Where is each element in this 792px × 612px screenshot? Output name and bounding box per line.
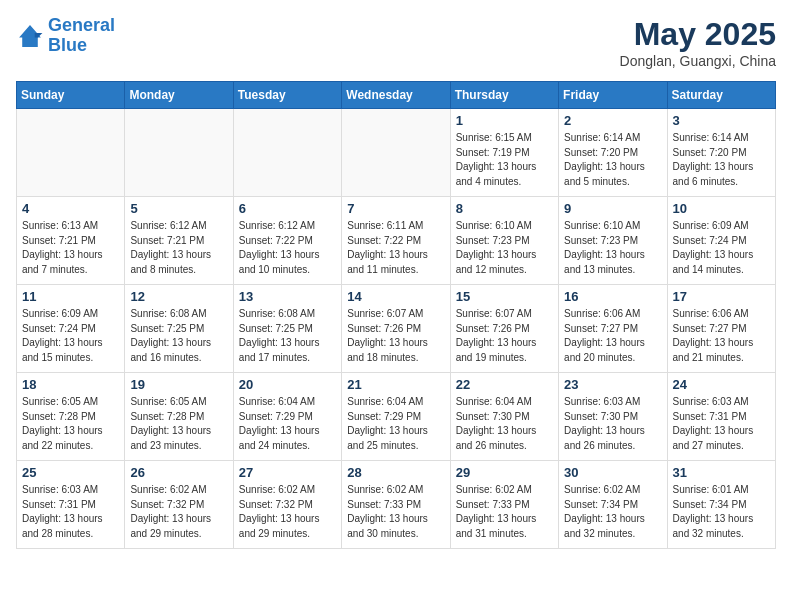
day-number: 4 bbox=[22, 201, 119, 216]
day-number: 31 bbox=[673, 465, 770, 480]
day-info: Sunrise: 6:12 AM Sunset: 7:22 PM Dayligh… bbox=[239, 219, 336, 277]
weekday-header-saturday: Saturday bbox=[667, 82, 775, 109]
day-info: Sunrise: 6:04 AM Sunset: 7:29 PM Dayligh… bbox=[239, 395, 336, 453]
calendar-cell: 2Sunrise: 6:14 AM Sunset: 7:20 PM Daylig… bbox=[559, 109, 667, 197]
week-row-2: 4Sunrise: 6:13 AM Sunset: 7:21 PM Daylig… bbox=[17, 197, 776, 285]
day-number: 24 bbox=[673, 377, 770, 392]
week-row-1: 1Sunrise: 6:15 AM Sunset: 7:19 PM Daylig… bbox=[17, 109, 776, 197]
day-number: 27 bbox=[239, 465, 336, 480]
day-info: Sunrise: 6:06 AM Sunset: 7:27 PM Dayligh… bbox=[673, 307, 770, 365]
day-info: Sunrise: 6:02 AM Sunset: 7:32 PM Dayligh… bbox=[130, 483, 227, 541]
calendar-cell: 29Sunrise: 6:02 AM Sunset: 7:33 PM Dayli… bbox=[450, 461, 558, 549]
calendar-cell: 4Sunrise: 6:13 AM Sunset: 7:21 PM Daylig… bbox=[17, 197, 125, 285]
day-number: 18 bbox=[22, 377, 119, 392]
day-info: Sunrise: 6:06 AM Sunset: 7:27 PM Dayligh… bbox=[564, 307, 661, 365]
day-info: Sunrise: 6:15 AM Sunset: 7:19 PM Dayligh… bbox=[456, 131, 553, 189]
day-number: 17 bbox=[673, 289, 770, 304]
day-number: 28 bbox=[347, 465, 444, 480]
weekday-header-row: SundayMondayTuesdayWednesdayThursdayFrid… bbox=[17, 82, 776, 109]
logo: General Blue bbox=[16, 16, 115, 56]
day-number: 13 bbox=[239, 289, 336, 304]
calendar-cell bbox=[233, 109, 341, 197]
weekday-header-monday: Monday bbox=[125, 82, 233, 109]
weekday-header-friday: Friday bbox=[559, 82, 667, 109]
calendar-cell: 24Sunrise: 6:03 AM Sunset: 7:31 PM Dayli… bbox=[667, 373, 775, 461]
calendar-cell: 6Sunrise: 6:12 AM Sunset: 7:22 PM Daylig… bbox=[233, 197, 341, 285]
calendar-cell: 7Sunrise: 6:11 AM Sunset: 7:22 PM Daylig… bbox=[342, 197, 450, 285]
day-number: 7 bbox=[347, 201, 444, 216]
day-info: Sunrise: 6:03 AM Sunset: 7:31 PM Dayligh… bbox=[22, 483, 119, 541]
day-info: Sunrise: 6:02 AM Sunset: 7:33 PM Dayligh… bbox=[347, 483, 444, 541]
day-info: Sunrise: 6:03 AM Sunset: 7:30 PM Dayligh… bbox=[564, 395, 661, 453]
day-info: Sunrise: 6:12 AM Sunset: 7:21 PM Dayligh… bbox=[130, 219, 227, 277]
calendar-cell bbox=[17, 109, 125, 197]
calendar-cell: 18Sunrise: 6:05 AM Sunset: 7:28 PM Dayli… bbox=[17, 373, 125, 461]
day-info: Sunrise: 6:11 AM Sunset: 7:22 PM Dayligh… bbox=[347, 219, 444, 277]
day-number: 3 bbox=[673, 113, 770, 128]
calendar-cell: 13Sunrise: 6:08 AM Sunset: 7:25 PM Dayli… bbox=[233, 285, 341, 373]
day-info: Sunrise: 6:10 AM Sunset: 7:23 PM Dayligh… bbox=[456, 219, 553, 277]
calendar-cell: 1Sunrise: 6:15 AM Sunset: 7:19 PM Daylig… bbox=[450, 109, 558, 197]
day-number: 9 bbox=[564, 201, 661, 216]
day-info: Sunrise: 6:02 AM Sunset: 7:32 PM Dayligh… bbox=[239, 483, 336, 541]
day-info: Sunrise: 6:07 AM Sunset: 7:26 PM Dayligh… bbox=[347, 307, 444, 365]
day-number: 12 bbox=[130, 289, 227, 304]
page-header: General Blue May 2025 Donglan, Guangxi, … bbox=[16, 16, 776, 69]
day-info: Sunrise: 6:01 AM Sunset: 7:34 PM Dayligh… bbox=[673, 483, 770, 541]
calendar-cell: 21Sunrise: 6:04 AM Sunset: 7:29 PM Dayli… bbox=[342, 373, 450, 461]
calendar-cell: 31Sunrise: 6:01 AM Sunset: 7:34 PM Dayli… bbox=[667, 461, 775, 549]
day-number: 10 bbox=[673, 201, 770, 216]
calendar-cell: 3Sunrise: 6:14 AM Sunset: 7:20 PM Daylig… bbox=[667, 109, 775, 197]
day-number: 8 bbox=[456, 201, 553, 216]
week-row-3: 11Sunrise: 6:09 AM Sunset: 7:24 PM Dayli… bbox=[17, 285, 776, 373]
calendar-cell: 28Sunrise: 6:02 AM Sunset: 7:33 PM Dayli… bbox=[342, 461, 450, 549]
title-area: May 2025 Donglan, Guangxi, China bbox=[620, 16, 776, 69]
day-number: 5 bbox=[130, 201, 227, 216]
week-row-4: 18Sunrise: 6:05 AM Sunset: 7:28 PM Dayli… bbox=[17, 373, 776, 461]
day-info: Sunrise: 6:04 AM Sunset: 7:29 PM Dayligh… bbox=[347, 395, 444, 453]
day-number: 23 bbox=[564, 377, 661, 392]
day-number: 6 bbox=[239, 201, 336, 216]
calendar-cell: 25Sunrise: 6:03 AM Sunset: 7:31 PM Dayli… bbox=[17, 461, 125, 549]
day-info: Sunrise: 6:10 AM Sunset: 7:23 PM Dayligh… bbox=[564, 219, 661, 277]
calendar-cell: 20Sunrise: 6:04 AM Sunset: 7:29 PM Dayli… bbox=[233, 373, 341, 461]
calendar-cell: 14Sunrise: 6:07 AM Sunset: 7:26 PM Dayli… bbox=[342, 285, 450, 373]
calendar-cell: 5Sunrise: 6:12 AM Sunset: 7:21 PM Daylig… bbox=[125, 197, 233, 285]
day-number: 14 bbox=[347, 289, 444, 304]
day-number: 2 bbox=[564, 113, 661, 128]
day-info: Sunrise: 6:08 AM Sunset: 7:25 PM Dayligh… bbox=[130, 307, 227, 365]
logo-icon bbox=[16, 22, 44, 50]
calendar-cell: 11Sunrise: 6:09 AM Sunset: 7:24 PM Dayli… bbox=[17, 285, 125, 373]
day-info: Sunrise: 6:02 AM Sunset: 7:33 PM Dayligh… bbox=[456, 483, 553, 541]
day-info: Sunrise: 6:14 AM Sunset: 7:20 PM Dayligh… bbox=[673, 131, 770, 189]
day-info: Sunrise: 6:05 AM Sunset: 7:28 PM Dayligh… bbox=[22, 395, 119, 453]
calendar-table: SundayMondayTuesdayWednesdayThursdayFrid… bbox=[16, 81, 776, 549]
weekday-header-thursday: Thursday bbox=[450, 82, 558, 109]
calendar-cell bbox=[342, 109, 450, 197]
day-info: Sunrise: 6:09 AM Sunset: 7:24 PM Dayligh… bbox=[22, 307, 119, 365]
logo-line2: Blue bbox=[48, 36, 115, 56]
day-info: Sunrise: 6:13 AM Sunset: 7:21 PM Dayligh… bbox=[22, 219, 119, 277]
calendar-cell: 22Sunrise: 6:04 AM Sunset: 7:30 PM Dayli… bbox=[450, 373, 558, 461]
day-info: Sunrise: 6:05 AM Sunset: 7:28 PM Dayligh… bbox=[130, 395, 227, 453]
week-row-5: 25Sunrise: 6:03 AM Sunset: 7:31 PM Dayli… bbox=[17, 461, 776, 549]
month-title: May 2025 bbox=[620, 16, 776, 53]
calendar-cell: 26Sunrise: 6:02 AM Sunset: 7:32 PM Dayli… bbox=[125, 461, 233, 549]
calendar-cell: 30Sunrise: 6:02 AM Sunset: 7:34 PM Dayli… bbox=[559, 461, 667, 549]
calendar-cell: 12Sunrise: 6:08 AM Sunset: 7:25 PM Dayli… bbox=[125, 285, 233, 373]
day-info: Sunrise: 6:14 AM Sunset: 7:20 PM Dayligh… bbox=[564, 131, 661, 189]
weekday-header-tuesday: Tuesday bbox=[233, 82, 341, 109]
location: Donglan, Guangxi, China bbox=[620, 53, 776, 69]
calendar-cell bbox=[125, 109, 233, 197]
calendar-cell: 17Sunrise: 6:06 AM Sunset: 7:27 PM Dayli… bbox=[667, 285, 775, 373]
day-number: 26 bbox=[130, 465, 227, 480]
calendar-cell: 23Sunrise: 6:03 AM Sunset: 7:30 PM Dayli… bbox=[559, 373, 667, 461]
day-info: Sunrise: 6:04 AM Sunset: 7:30 PM Dayligh… bbox=[456, 395, 553, 453]
calendar-cell: 10Sunrise: 6:09 AM Sunset: 7:24 PM Dayli… bbox=[667, 197, 775, 285]
weekday-header-wednesday: Wednesday bbox=[342, 82, 450, 109]
day-number: 19 bbox=[130, 377, 227, 392]
day-number: 30 bbox=[564, 465, 661, 480]
day-info: Sunrise: 6:03 AM Sunset: 7:31 PM Dayligh… bbox=[673, 395, 770, 453]
weekday-header-sunday: Sunday bbox=[17, 82, 125, 109]
day-number: 20 bbox=[239, 377, 336, 392]
